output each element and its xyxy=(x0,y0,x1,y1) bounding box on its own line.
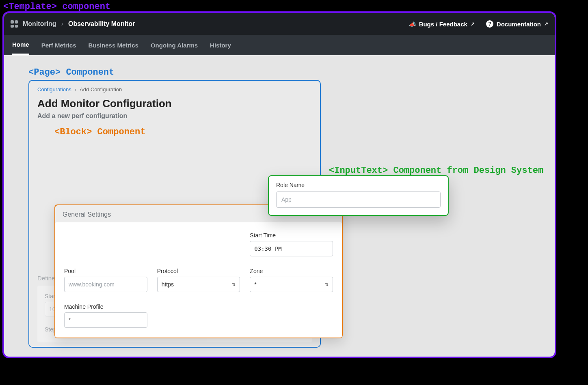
annotation-page: <Page> Component xyxy=(28,67,555,77)
tab-business-metrics[interactable]: Business Metrics xyxy=(89,36,138,54)
breadcrumb-root[interactable]: Monitoring xyxy=(23,20,56,28)
pool-label: Pool xyxy=(64,268,147,274)
start-time-field: Start Time xyxy=(250,232,333,256)
chevron-updown-icon: ⇅ xyxy=(325,282,329,287)
inputtext-component: Role Name xyxy=(268,175,449,216)
block-frame: General Settings Start Time Pool Protoco… xyxy=(54,204,343,338)
breadcrumb-leaf: Observability Monitor xyxy=(68,20,135,28)
annotation-inputtext: <InputText> Component from Design System xyxy=(329,166,543,176)
tab-home[interactable]: Home xyxy=(12,35,29,55)
page-crumb-config[interactable]: Configurations xyxy=(37,86,71,92)
external-link-icon: ↗ xyxy=(471,21,475,27)
protocol-field: Protocol https ⇅ xyxy=(157,268,240,292)
bugs-feedback-label: Bugs / Feedback xyxy=(419,21,467,28)
app-grid-icon[interactable] xyxy=(11,20,18,28)
role-name-label: Role Name xyxy=(276,182,441,188)
bugs-feedback-link[interactable]: Bugs / Feedback ↗ xyxy=(409,21,475,28)
pool-field: Pool xyxy=(64,268,147,292)
breadcrumb: Monitoring › Observability Monitor xyxy=(11,20,135,28)
annotation-block: <Block> Component xyxy=(54,127,312,137)
machine-profile-field: Machine Profile xyxy=(64,303,147,328)
tab-perf-metrics[interactable]: Perf Metrics xyxy=(41,36,76,54)
chevron-right-icon: › xyxy=(61,20,63,28)
external-link-icon: ↗ xyxy=(544,21,548,27)
zone-select[interactable]: * ⇅ xyxy=(250,277,333,292)
zone-field: Zone * ⇅ xyxy=(250,268,333,292)
annotation-template: <Template> component xyxy=(3,2,110,12)
page-subtitle: Add a new perf configuration xyxy=(37,112,312,120)
start-time-label: Start Time xyxy=(250,232,333,239)
zone-value: * xyxy=(254,281,256,288)
page-breadcrumb: Configurations › Add Configuration xyxy=(37,86,312,92)
help-icon: ? xyxy=(486,20,493,28)
machine-profile-input[interactable] xyxy=(64,312,147,328)
role-name-input[interactable] xyxy=(276,191,441,208)
bullhorn-icon xyxy=(409,21,416,28)
topbar: Monitoring › Observability Monitor Bugs … xyxy=(4,13,555,35)
start-time-input[interactable] xyxy=(250,241,333,256)
template-frame: Monitoring › Observability Monitor Bugs … xyxy=(2,11,556,358)
page-crumb-add: Add Configuration xyxy=(80,86,122,92)
protocol-label: Protocol xyxy=(157,268,240,274)
machine-profile-label: Machine Profile xyxy=(64,303,147,310)
tab-history[interactable]: History xyxy=(210,36,231,54)
tab-ongoing-alarms[interactable]: Ongoing Alarms xyxy=(151,36,198,54)
protocol-select[interactable]: https ⇅ xyxy=(157,277,240,292)
protocol-value: https xyxy=(162,281,174,288)
documentation-link[interactable]: ? Documentation ↗ xyxy=(486,20,548,28)
chevron-updown-icon: ⇅ xyxy=(232,282,236,287)
chevron-right-icon: › xyxy=(75,86,76,92)
tabbar: Home Perf Metrics Business Metrics Ongoi… xyxy=(4,35,555,55)
documentation-label: Documentation xyxy=(497,21,541,28)
page-title: Add Monitor Configuration xyxy=(37,97,312,110)
zone-label: Zone xyxy=(250,268,333,274)
pool-input[interactable] xyxy=(64,277,147,292)
